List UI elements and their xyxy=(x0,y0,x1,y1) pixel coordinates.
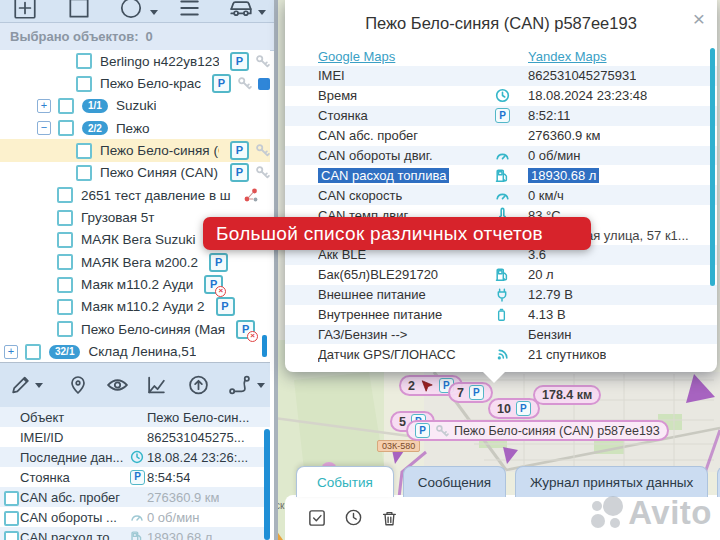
bottom-tabbar: События Сообщения Журнал принятых данных xyxy=(285,466,720,496)
checkbox[interactable] xyxy=(57,232,73,248)
detail-row[interactable]: Объект Пежо Бело-син... xyxy=(0,407,270,427)
unit-row[interactable]: Маяк м110.2 Ауди xyxy=(0,273,270,295)
checkbox[interactable] xyxy=(57,210,73,226)
checkbox[interactable] xyxy=(57,277,73,293)
route-icon[interactable] xyxy=(228,375,251,396)
param-label: Время xyxy=(318,88,495,103)
popup-row[interactable]: Стоянка 8:52:11 xyxy=(285,106,717,126)
close-icon[interactable]: × xyxy=(693,8,705,29)
map-links-row: Google Maps Yandex Maps xyxy=(285,46,717,66)
checkbox[interactable] xyxy=(4,491,19,506)
map-distance-label[interactable]: 178.4 км xyxy=(533,385,601,405)
list-icon[interactable] xyxy=(176,0,202,21)
map-road-label: 03К-580 xyxy=(377,440,420,452)
nav-cursor-icon xyxy=(420,379,434,393)
detail-label: Стоянка xyxy=(20,470,130,485)
unit-row-selected[interactable]: Пежо Бело-синяя (С xyxy=(0,139,270,161)
checkbox[interactable] xyxy=(76,165,92,181)
unit-label: Грузовая 5т xyxy=(81,210,155,225)
checkbox[interactable] xyxy=(58,120,74,136)
checkbox[interactable] xyxy=(57,254,73,270)
unit-row[interactable]: 2651 тест давление в ш xyxy=(0,184,270,206)
car-icon[interactable] xyxy=(228,0,254,21)
unit-row[interactable]: Маяк м110.2 Ауди 2 xyxy=(0,296,270,318)
unit-row[interactable]: Berlingo н422ув123 xyxy=(0,50,270,72)
map-unit-label[interactable]: Пежо Бело-синяя (CAN) p587ee193 xyxy=(406,420,669,441)
checkbox[interactable] xyxy=(76,76,92,92)
list-scrollbar-thumb[interactable] xyxy=(262,335,267,357)
parking-badge-icon xyxy=(230,52,249,71)
expand-icon[interactable]: + xyxy=(4,345,18,359)
param-value: 276360.9 км xyxy=(528,128,600,143)
circle-icon[interactable] xyxy=(118,0,144,21)
group-row[interactable]: − 2/2 Пежо xyxy=(0,117,270,139)
delete-icon[interactable] xyxy=(380,509,398,527)
param-value: 18930.68 л xyxy=(528,168,599,183)
popup-row-selected[interactable]: CAN расход топлива 18930.68 л xyxy=(285,165,717,185)
export-up-icon[interactable] xyxy=(188,375,209,396)
unit-row[interactable]: МАЯК Вега м200.2 xyxy=(0,251,270,273)
chevron-down-icon[interactable] xyxy=(257,383,265,392)
collapse-icon[interactable]: − xyxy=(37,121,51,135)
group-row[interactable]: + 32/1 Склад Ленина,51 xyxy=(0,340,270,362)
expand-icon[interactable]: + xyxy=(37,99,51,113)
key-icon xyxy=(435,424,449,438)
eye-icon[interactable] xyxy=(106,374,129,397)
detail-row[interactable]: Последние дан... 18.08.24 23:26:... xyxy=(0,447,270,467)
unit-label: 2651 тест давление в ш xyxy=(81,188,231,203)
param-label: IMEI xyxy=(318,68,495,83)
yandex-maps-link[interactable]: Yandex Maps xyxy=(528,49,607,64)
checkbox[interactable] xyxy=(25,344,41,360)
geofence-square-icon[interactable] xyxy=(66,0,92,21)
popup-row[interactable]: IMEI 862531045275931 xyxy=(285,66,717,86)
unit-row[interactable]: Пежо Бело-синяя (Мая xyxy=(0,318,270,340)
checkbox[interactable] xyxy=(76,53,92,69)
detail-row[interactable]: CAN обороты ... 0 об/мин xyxy=(0,507,270,527)
tab-data-log[interactable]: Журнал принятых данных xyxy=(515,466,708,497)
popup-row[interactable]: Время 18.08.2024 23:23:48 xyxy=(285,86,717,106)
map-cluster-marker[interactable]: 7 xyxy=(448,382,493,403)
popup-row[interactable]: CAN скорость 0 км/ч xyxy=(285,185,717,205)
group-row[interactable]: + 1/1 Suzuki xyxy=(0,95,270,117)
popup-row[interactable]: CAN обороты двиг. 0 об/мин xyxy=(285,146,717,166)
popup-row[interactable]: Бак(65л)BLE291720 20 л xyxy=(285,265,717,285)
popup-row[interactable]: Внешнее питание 12.79 В xyxy=(285,285,717,305)
checkbox[interactable] xyxy=(4,511,19,526)
group-count-badge: 1/1 xyxy=(82,99,108,113)
checkbox[interactable] xyxy=(57,299,73,315)
detail-row[interactable]: IMEI/ID 862531045275... xyxy=(0,427,270,447)
edit-pencil-icon[interactable] xyxy=(10,375,31,396)
detail-row[interactable]: CAN расход то 18930.68 л xyxy=(0,527,270,540)
map-cluster-marker[interactable]: 10 xyxy=(488,398,540,419)
add-square-icon[interactable] xyxy=(12,0,38,21)
popup-row[interactable]: Датчик GPS/ГЛОНАСС 21 спутников xyxy=(285,344,717,364)
popup-row[interactable]: CAN абс. пробег 276360.9 км xyxy=(285,126,717,146)
popup-row[interactable]: Внутреннее питание 4.13 В xyxy=(285,305,717,325)
popup-scrollbar-thumb[interactable] xyxy=(710,48,715,286)
group-label: Suzuki xyxy=(116,98,157,113)
location-pin-icon[interactable] xyxy=(68,375,88,395)
tab-messages[interactable]: Сообщения xyxy=(403,466,506,497)
unit-row[interactable]: Пежо Бело-красная xyxy=(0,72,270,94)
param-value: 4.13 В xyxy=(528,307,566,322)
chevron-down-icon[interactable] xyxy=(35,383,43,392)
detail-row[interactable]: Стоянка 8:54:54 xyxy=(0,467,270,487)
chevron-down-icon[interactable] xyxy=(258,10,266,19)
popup-row[interactable]: ГАЗ/Бензин --> Бензин xyxy=(285,325,717,345)
select-all-icon[interactable] xyxy=(307,508,327,528)
checkbox[interactable] xyxy=(58,98,74,114)
checkbox[interactable] xyxy=(57,321,73,337)
param-label: CAN расход топлива xyxy=(318,168,495,183)
time-interval-icon[interactable] xyxy=(344,508,363,527)
clock-icon xyxy=(130,450,147,464)
checkbox[interactable] xyxy=(76,143,92,159)
tab-events[interactable]: События xyxy=(296,466,394,497)
unit-row[interactable]: Пежо Синяя (CAN) с xyxy=(0,162,270,184)
checkbox[interactable] xyxy=(57,187,73,203)
chart-icon[interactable] xyxy=(146,375,167,396)
details-scrollbar-thumb[interactable] xyxy=(264,429,270,540)
checkbox[interactable] xyxy=(4,531,19,540)
detail-row[interactable]: CAN абс. пробег 276360.9 км xyxy=(0,487,270,507)
chevron-down-icon[interactable] xyxy=(150,10,158,19)
google-maps-link[interactable]: Google Maps xyxy=(318,49,395,64)
